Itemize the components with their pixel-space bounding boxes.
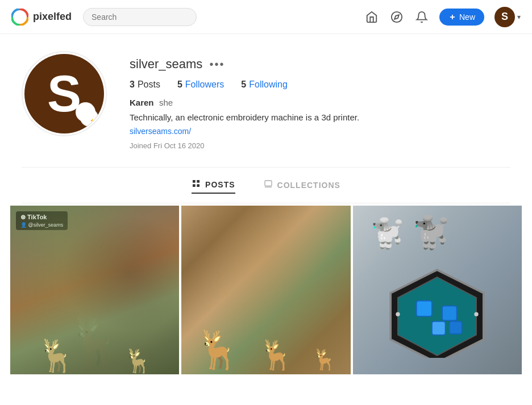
followers-label[interactable]: Followers [185, 80, 224, 90]
profile-display-name: Karen [130, 98, 154, 107]
svg-point-19 [475, 312, 479, 316]
svg-rect-16 [432, 322, 446, 335]
new-button[interactable]: New [439, 9, 484, 26]
profile-username: silver_seams [130, 57, 202, 72]
profile-joined: Joined Fri Oct 16 2020 [130, 141, 510, 150]
svg-rect-7 [197, 180, 200, 183]
svg-rect-15 [442, 306, 456, 320]
profile-avatar-wrap: S ✏️ [22, 51, 107, 136]
profile-bio: Technically, an electronic embroidery ma… [130, 112, 510, 122]
logo-text: pixelfed [33, 11, 72, 23]
svg-rect-9 [197, 184, 200, 187]
posts-stat: 3 Posts [130, 80, 160, 90]
post-item[interactable]: 🦌 🦌 🦌 [181, 206, 350, 374]
grid-icon [192, 179, 201, 190]
svg-point-18 [396, 312, 400, 316]
post-item[interactable]: 🐩 [353, 206, 522, 374]
logo-area[interactable]: pixelfed [11, 9, 72, 26]
svg-marker-3 [394, 15, 399, 19]
following-count: 5 [241, 80, 246, 90]
followers-stat[interactable]: 5 Followers [177, 80, 224, 90]
profile-container: S ✏️ silver_seams ••• 3 Posts 5 Follower… [10, 34, 522, 203]
posts-label: Posts [138, 80, 160, 90]
user-avatar: S [494, 7, 515, 27]
profile-tabs: POSTS COLLECTIONS [22, 168, 510, 203]
search-bar[interactable] [83, 8, 197, 26]
user-menu-button[interactable]: S ▾ [494, 7, 521, 27]
chevron-down-icon: ▾ [517, 13, 521, 21]
following-label[interactable]: Following [249, 80, 288, 90]
svg-rect-6 [193, 180, 196, 183]
pixelfed-logo-icon [11, 9, 28, 26]
explore-button[interactable] [389, 10, 404, 24]
tab-collections[interactable]: COLLECTIONS [264, 177, 340, 194]
svg-rect-8 [193, 184, 196, 187]
tab-posts[interactable]: POSTS [192, 177, 235, 194]
svg-rect-17 [450, 322, 462, 334]
bell-icon [415, 11, 428, 23]
followers-count: 5 [177, 80, 182, 90]
tab-posts-label: POSTS [205, 180, 235, 189]
profile-avatar: S ✏️ [24, 54, 104, 133]
profile-options-button[interactable]: ••• [209, 58, 225, 71]
profile-website[interactable]: silverseams.com/ [130, 127, 510, 136]
compass-icon [390, 11, 403, 23]
notifications-button[interactable] [414, 10, 429, 24]
search-input[interactable] [83, 8, 197, 26]
profile-name-row: Karen she [130, 98, 510, 108]
svg-rect-10 [265, 181, 272, 186]
top-navigation: pixelfed [0, 0, 532, 34]
header-icons: New S ▾ [364, 7, 521, 27]
home-button[interactable] [364, 10, 379, 24]
profile-username-row: silver_seams ••• [130, 57, 510, 72]
avatar-badge: ✏️ [80, 108, 98, 127]
collection-icon [264, 179, 273, 191]
post-item[interactable]: 🦌 🦌 ⊛ TikTok 👤 @silver_seams [10, 206, 179, 374]
following-stat[interactable]: 5 Following [241, 80, 288, 90]
profile-header: S ✏️ silver_seams ••• 3 Posts 5 Follower… [22, 51, 510, 168]
posts-count: 3 [130, 80, 135, 90]
home-icon [365, 11, 378, 23]
profile-info: silver_seams ••• 3 Posts 5 Followers 5 F… [130, 51, 510, 150]
svg-rect-14 [417, 301, 432, 316]
posts-grid: 🦌 🦌 ⊛ TikTok 👤 @silver_seams 🦌 🦌 [10, 206, 522, 374]
plus-icon [448, 13, 456, 21]
svg-point-1 [15, 12, 24, 22]
profile-stats: 3 Posts 5 Followers 5 Following [130, 80, 510, 90]
profile-pronoun: she [159, 98, 173, 107]
svg-point-2 [392, 11, 402, 22]
tab-collections-label: COLLECTIONS [277, 181, 340, 190]
